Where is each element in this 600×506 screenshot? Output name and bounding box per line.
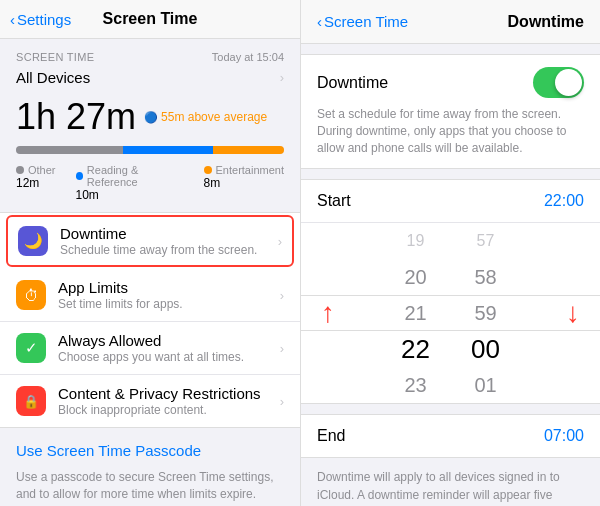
category-entertainment-time: 8m [204, 176, 284, 190]
start-value: 22:00 [544, 192, 584, 210]
toggle-knob [555, 69, 582, 96]
screen-time-header: SCREEN TIME Today at 15:04 [0, 39, 300, 67]
downtime-toggle-switch[interactable] [533, 67, 584, 98]
left-nav-bar: ‹ Settings Screen Time [0, 0, 300, 39]
end-label: End [317, 427, 345, 445]
arrow-up-icon: 🔵 [144, 111, 158, 124]
category-reading-time: 10m [76, 188, 184, 202]
devices-row[interactable]: All Devices › [0, 67, 300, 94]
content-privacy-chevron-icon: › [280, 394, 284, 409]
content-privacy-title: Content & Privacy Restrictions [58, 385, 280, 402]
avg-text: 55m above average [161, 110, 267, 124]
category-reading-label: Reading & Reference [76, 164, 184, 188]
right-back-label: Screen Time [324, 13, 408, 30]
screen-time-section-label: SCREEN TIME [16, 51, 94, 63]
always-allowed-text: Always Allowed Choose apps you want at a… [58, 332, 280, 364]
menu-list: 🌙 Downtime Schedule time away from the s… [0, 212, 300, 428]
left-nav-title: Screen Time [103, 10, 198, 28]
passcode-desc: Use a passcode to secure Screen Time set… [0, 465, 300, 506]
bar-reading [123, 146, 212, 154]
app-limits-title: App Limits [58, 279, 280, 296]
picker-hour-23: 23 [381, 367, 451, 403]
downtime-toggle-desc: Set a schedule for time away from the sc… [317, 106, 584, 156]
picker-min-00-selected: 00 [451, 331, 521, 367]
menu-item-content-privacy[interactable]: 🔒 Content & Privacy Restrictions Block i… [0, 375, 300, 427]
bar-entertainment [213, 146, 284, 154]
always-allowed-title: Always Allowed [58, 332, 280, 349]
picker-hours-col: 19 20 21 22 23 00 [381, 223, 451, 403]
right-nav-bar: ‹ Screen Time Downtime [301, 0, 600, 44]
picker-minutes-col: 57 58 59 00 01 02 [451, 223, 521, 403]
downtime-subtitle: Schedule time away from the screen. [60, 243, 278, 257]
menu-item-app-limits[interactable]: ⏱ App Limits Set time limits for apps. › [0, 269, 300, 322]
usage-average: 🔵 55m above average [144, 110, 267, 124]
usage-time: 1h 27m [16, 96, 136, 138]
time-picker[interactable]: ↑ ↓ 19 20 21 22 23 00 57 [301, 223, 600, 403]
start-time-row[interactable]: Start 22:00 [301, 180, 600, 223]
usage-progress-bar [16, 146, 284, 154]
app-limits-icon: ⏱ [16, 280, 46, 310]
downtime-toggle-label: Downtime [317, 74, 388, 92]
picker-min-58: 58 [451, 259, 521, 295]
screen-time-date: Today at 15:04 [212, 51, 284, 63]
end-time-row[interactable]: End 07:00 [301, 414, 600, 458]
left-panel: ‹ Settings Screen Time SCREEN TIME Today… [0, 0, 300, 506]
bar-other [16, 146, 123, 154]
content-privacy-icon-symbol: 🔒 [23, 394, 39, 409]
chevron-left-icon: ‹ [10, 11, 15, 28]
screen-time-back-button[interactable]: ‹ Screen Time [317, 13, 408, 30]
app-limits-subtitle: Set time limits for apps. [58, 297, 280, 311]
back-label: Settings [17, 11, 71, 28]
picker-min-01: 01 [451, 367, 521, 403]
category-other-label: Other [16, 164, 56, 176]
progress-bar-container [0, 142, 300, 160]
end-value: 07:00 [544, 427, 584, 445]
downtime-icon: 🌙 [18, 226, 48, 256]
category-reading-dot [76, 172, 83, 180]
picker-hour-22-selected: 22 [381, 331, 451, 367]
content-privacy-subtitle: Block inappropriate content. [58, 403, 280, 417]
picker-hour-19: 19 [381, 223, 451, 259]
settings-back-button[interactable]: ‹ Settings [10, 11, 71, 28]
always-allowed-icon-symbol: ✓ [25, 339, 38, 357]
downtime-icon-symbol: 🌙 [24, 232, 43, 250]
bottom-desc: Downtime will apply to all devices signe… [301, 458, 600, 506]
category-reading: Reading & Reference 10m [76, 164, 184, 202]
downtime-title: Downtime [60, 225, 278, 242]
always-allowed-chevron-icon: › [280, 341, 284, 356]
content-privacy-icon: 🔒 [16, 386, 46, 416]
start-time-section: Start 22:00 ↑ ↓ 19 20 21 22 23 [301, 179, 600, 404]
picker-hour-20: 20 [381, 259, 451, 295]
toggle-row: Downtime [317, 67, 584, 98]
app-limits-icon-symbol: ⏱ [24, 287, 39, 304]
app-limits-text: App Limits Set time limits for apps. [58, 279, 280, 311]
passcode-link[interactable]: Use Screen Time Passcode [0, 428, 300, 465]
menu-item-downtime[interactable]: 🌙 Downtime Schedule time away from the s… [6, 215, 294, 267]
picker-down-arrow-icon: ↓ [566, 297, 580, 329]
content-privacy-text: Content & Privacy Restrictions Block ina… [58, 385, 280, 417]
category-entertainment-dot [204, 166, 212, 174]
always-allowed-subtitle: Choose apps you want at all times. [58, 350, 280, 364]
category-other: Other 12m [16, 164, 56, 202]
categories-row: Other 12m Reading & Reference 10m Entert… [0, 160, 300, 212]
picker-hour-21: 21 [381, 295, 451, 331]
menu-item-always-allowed[interactable]: ✓ Always Allowed Choose apps you want at… [0, 322, 300, 375]
picker-container: 19 20 21 22 23 00 57 58 59 00 01 02 [317, 223, 584, 403]
downtime-chevron-icon: › [278, 234, 282, 249]
right-panel: ‹ Screen Time Downtime Downtime Set a sc… [300, 0, 600, 506]
start-label: Start [317, 192, 351, 210]
right-chevron-left-icon: ‹ [317, 13, 322, 30]
category-entertainment: Entertainment 8m [204, 164, 284, 202]
picker-min-59: 59 [451, 295, 521, 331]
app-limits-chevron-icon: › [280, 288, 284, 303]
downtime-text: Downtime Schedule time away from the scr… [60, 225, 278, 257]
chevron-right-icon: › [280, 70, 284, 85]
right-content: Downtime Set a schedule for time away fr… [301, 44, 600, 506]
devices-label: All Devices [16, 69, 90, 86]
category-entertainment-label: Entertainment [204, 164, 284, 176]
downtime-toggle-section: Downtime Set a schedule for time away fr… [301, 54, 600, 169]
picker-min-57: 57 [451, 223, 521, 259]
always-allowed-icon: ✓ [16, 333, 46, 363]
picker-up-arrow-icon: ↑ [321, 297, 335, 329]
usage-row: 1h 27m 🔵 55m above average [0, 94, 300, 142]
